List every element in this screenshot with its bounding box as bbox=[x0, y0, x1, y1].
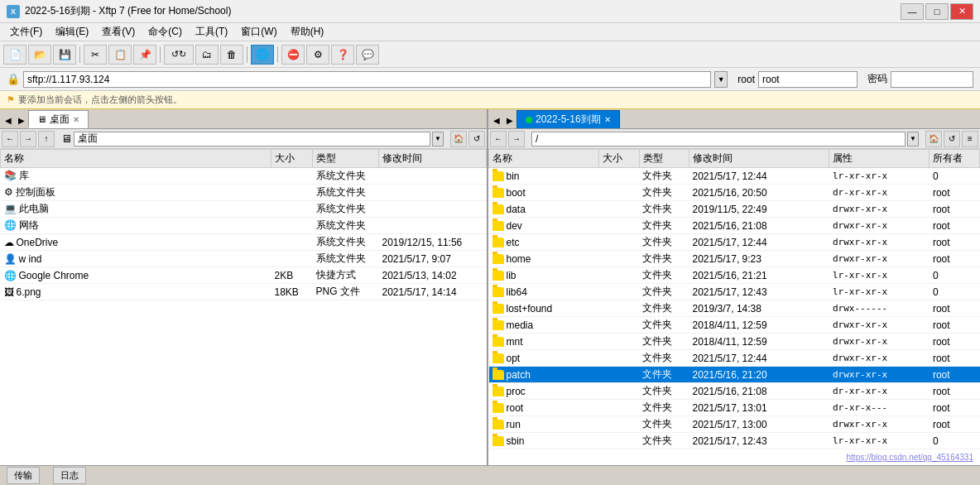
menu-item-查看(V)[interactable]: 查看(V) bbox=[95, 23, 142, 41]
minimize-button[interactable]: — bbox=[901, 3, 924, 20]
log-button[interactable]: 日志 bbox=[53, 467, 86, 484]
address-dropdown[interactable]: ▼ bbox=[714, 71, 728, 88]
right-file-table[interactable]: 名称 大小 类型 修改时间 属性 所有者 bin 文件夹 2021/5/17, … bbox=[488, 149, 980, 465]
right-file-row[interactable]: home 文件夹 2021/5/17, 9:23 drwxr-xr-x root bbox=[489, 251, 980, 267]
left-file-name: 📚库 bbox=[1, 168, 271, 185]
left-file-row[interactable]: 🌐网络 系统文件夹 bbox=[1, 218, 487, 234]
right-tab-prev[interactable]: ◀ bbox=[490, 112, 503, 128]
right-back-button[interactable]: ← bbox=[490, 131, 507, 147]
right-file-size bbox=[599, 334, 639, 350]
right-file-modified: 2021/5/17, 12:44 bbox=[689, 234, 829, 251]
left-file-modified bbox=[379, 185, 487, 201]
right-col-name[interactable]: 名称 bbox=[489, 150, 599, 168]
cut-button[interactable]: ✂ bbox=[84, 45, 107, 65]
right-file-row[interactable]: media 文件夹 2018/4/11, 12:59 drwxr-xr-x ro… bbox=[489, 317, 980, 334]
left-file-row[interactable]: ☁OneDrive 系统文件夹 2019/12/15, 11:56 bbox=[1, 234, 487, 251]
menu-item-命令(C)[interactable]: 命令(C) bbox=[142, 23, 189, 41]
right-file-name: boot bbox=[489, 185, 599, 201]
address-input[interactable] bbox=[23, 71, 711, 88]
close-button[interactable]: ✕ bbox=[950, 3, 973, 20]
right-tab-close[interactable]: ✕ bbox=[604, 115, 611, 124]
left-up-button[interactable]: ↑ bbox=[38, 131, 55, 147]
left-path-input[interactable] bbox=[74, 132, 430, 146]
menu-item-窗口(W)[interactable]: 窗口(W) bbox=[234, 23, 283, 41]
left-tab-desktop[interactable]: 🖥 桌面 ✕ bbox=[28, 110, 89, 128]
right-file-row[interactable]: lib64 文件夹 2021/5/17, 12:43 lr-xr-xr-x 0 bbox=[489, 284, 980, 300]
connect-button[interactable]: 🌐 bbox=[251, 45, 274, 65]
right-file-row[interactable]: opt 文件夹 2021/5/17, 12:44 drwxr-xr-x root bbox=[489, 350, 980, 367]
transfer-button[interactable]: 传输 bbox=[7, 467, 40, 484]
right-col-size[interactable]: 大小 bbox=[599, 150, 639, 168]
save-button[interactable]: 💾 bbox=[53, 45, 76, 65]
left-file-row[interactable]: 👤w ind 系统文件夹 2021/5/17, 9:07 bbox=[1, 251, 487, 267]
settings-button[interactable]: ⚙ bbox=[306, 45, 329, 65]
left-file-table[interactable]: 名称 大小 类型 修改时间 📚库 系统文件夹 ⚙控制面板 系统文件夹 💻此电脑 bbox=[0, 149, 487, 465]
right-col-owner[interactable]: 所有者 bbox=[930, 150, 980, 168]
right-refresh-btn[interactable]: ↺ bbox=[944, 131, 960, 147]
right-file-row[interactable]: sbin 文件夹 2021/5/17, 12:43 lr-xr-xr-x 0 bbox=[489, 433, 980, 449]
open-button[interactable]: 📂 bbox=[28, 45, 51, 65]
left-file-row[interactable]: ⚙控制面板 系统文件夹 bbox=[1, 185, 487, 201]
user-input[interactable] bbox=[758, 71, 858, 88]
right-forward-button[interactable]: → bbox=[508, 131, 525, 147]
right-file-row[interactable]: dev 文件夹 2021/5/16, 21:08 drwxr-xr-x root bbox=[489, 218, 980, 234]
left-file-row[interactable]: 🌐Google Chrome 2KB 快捷方式 2021/5/13, 14:02 bbox=[1, 267, 487, 284]
right-file-row[interactable]: proc 文件夹 2021/5/16, 21:08 dr-xr-xr-x roo… bbox=[489, 383, 980, 400]
menu-item-帮助(H)[interactable]: 帮助(H) bbox=[284, 23, 331, 41]
right-more-btn[interactable]: ≡ bbox=[962, 131, 978, 147]
right-col-perms[interactable]: 属性 bbox=[829, 150, 930, 168]
left-tab-next[interactable]: ▶ bbox=[15, 112, 28, 128]
left-refresh-btn[interactable]: ↺ bbox=[468, 131, 485, 147]
left-col-size[interactable]: 大小 bbox=[271, 150, 313, 168]
watermark: https://blog.csdn.net/qq_45164331 bbox=[847, 453, 973, 462]
copy-button[interactable]: 📋 bbox=[108, 45, 132, 65]
right-file-row[interactable]: lib 文件夹 2021/5/16, 21:21 lr-xr-xr-x 0 bbox=[489, 267, 980, 284]
right-file-row[interactable]: boot 文件夹 2021/5/16, 20:50 dr-xr-xr-x roo… bbox=[489, 185, 980, 201]
delete-button[interactable]: 🗑 bbox=[220, 45, 243, 65]
new-folder-button[interactable]: 🗂 bbox=[195, 45, 219, 65]
right-file-row[interactable]: lost+found 文件夹 2019/3/7, 14:38 drwx-----… bbox=[489, 300, 980, 317]
right-file-row[interactable]: patch 文件夹 2021/5/16, 21:20 drwxr-xr-x ro… bbox=[489, 367, 980, 383]
menu-item-编辑(E)[interactable]: 编辑(E) bbox=[49, 23, 95, 41]
maximize-button[interactable]: □ bbox=[925, 3, 949, 20]
right-file-size bbox=[599, 234, 639, 251]
right-panel-header: ← → ▼ 🏠 ↺ ≡ bbox=[488, 129, 980, 149]
left-file-row[interactable]: 📚库 系统文件夹 bbox=[1, 168, 487, 185]
chat-button[interactable]: 💬 bbox=[356, 45, 379, 65]
right-path-input[interactable] bbox=[531, 132, 906, 146]
left-tab-prev[interactable]: ◀ bbox=[2, 112, 15, 128]
left-tab-close[interactable]: ✕ bbox=[73, 115, 79, 124]
right-tab-next[interactable]: ▶ bbox=[503, 112, 516, 128]
left-file-modified bbox=[379, 218, 487, 234]
left-col-type[interactable]: 类型 bbox=[313, 150, 379, 168]
right-col-modified[interactable]: 修改时间 bbox=[689, 150, 829, 168]
help-button[interactable]: ❓ bbox=[331, 45, 354, 65]
right-file-row[interactable]: run 文件夹 2021/5/17, 13:00 drwxr-xr-x root bbox=[489, 416, 980, 433]
left-file-row[interactable]: 🖼6.png 18KB PNG 文件 2021/5/17, 14:14 bbox=[1, 284, 487, 300]
refresh-button[interactable]: ↺↻ bbox=[164, 45, 194, 65]
left-back-button[interactable]: ← bbox=[2, 131, 18, 147]
right-file-perms: dr-xr-xr-x bbox=[829, 185, 930, 201]
right-file-row[interactable]: etc 文件夹 2021/5/17, 12:44 drwxr-xr-x root bbox=[489, 234, 980, 251]
left-home-btn[interactable]: 🏠 bbox=[450, 131, 467, 147]
right-home-btn[interactable]: 🏠 bbox=[925, 131, 942, 147]
paste-button[interactable]: 📌 bbox=[133, 45, 156, 65]
left-col-modified[interactable]: 修改时间 bbox=[379, 150, 487, 168]
password-input[interactable] bbox=[891, 71, 973, 88]
right-file-row[interactable]: bin 文件夹 2021/5/17, 12:44 lr-xr-xr-x 0 bbox=[489, 168, 980, 185]
right-path-dropdown[interactable]: ▼ bbox=[907, 132, 919, 146]
right-file-row[interactable]: data 文件夹 2019/11/5, 22:49 drwxr-xr-x roo… bbox=[489, 201, 980, 218]
stop-button[interactable]: ⛔ bbox=[281, 45, 305, 65]
left-forward-button[interactable]: → bbox=[20, 131, 36, 147]
right-file-row[interactable]: mnt 文件夹 2018/4/11, 12:59 drwxr-xr-x root bbox=[489, 334, 980, 350]
right-col-type[interactable]: 类型 bbox=[639, 150, 689, 168]
menu-item-文件(F)[interactable]: 文件(F) bbox=[3, 23, 49, 41]
right-tab-session[interactable]: 2022-5-16到期 ✕ bbox=[516, 110, 620, 128]
left-file-row[interactable]: 💻此电脑 系统文件夹 bbox=[1, 201, 487, 218]
left-path-dropdown[interactable]: ▼ bbox=[432, 132, 444, 146]
new-session-button[interactable]: 📄 bbox=[3, 45, 26, 65]
menu-item-工具(T)[interactable]: 工具(T) bbox=[189, 23, 234, 41]
left-col-name[interactable]: 名称 bbox=[1, 150, 271, 168]
right-file-row[interactable]: root 文件夹 2021/5/17, 13:01 dr-xr-x--- roo… bbox=[489, 400, 980, 416]
left-file-name: 👤w ind bbox=[1, 251, 271, 267]
